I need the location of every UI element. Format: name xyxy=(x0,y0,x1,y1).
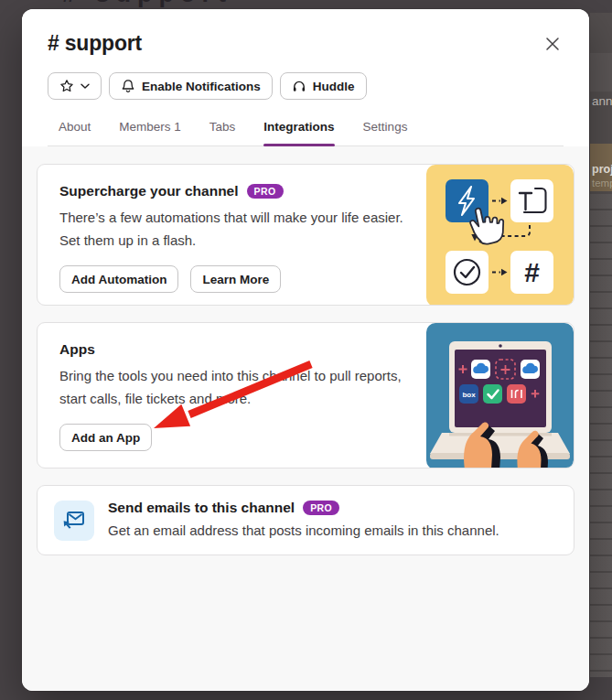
tab-about[interactable]: About xyxy=(59,114,91,145)
apps-card: Apps Bring the tools you need into this … xyxy=(37,322,574,468)
incoming-email-icon xyxy=(54,501,94,541)
dialog-tabs: About Members 1 Tabs Integrations Settin… xyxy=(48,114,564,146)
email-description: Get an email address that posts incoming… xyxy=(108,519,499,542)
email-card: Send emails to this channel PRO Get an e… xyxy=(37,485,574,555)
add-automation-button[interactable]: Add Automation xyxy=(59,265,178,293)
supercharge-description: There’s a few automations that will make… xyxy=(59,206,404,252)
text-box-icon xyxy=(510,179,553,222)
star-channel-button[interactable] xyxy=(48,72,102,100)
email-title: Send emails to this channel xyxy=(108,500,295,516)
background-highlight-row: proj temp xyxy=(590,144,612,191)
background-text-fragment: ann xyxy=(592,94,612,108)
tab-integrations[interactable]: Integrations xyxy=(263,114,334,145)
apps-title: Apps xyxy=(59,341,95,358)
supercharge-title: Supercharge your channel xyxy=(59,183,239,199)
enable-notifications-button[interactable]: Enable Notifications xyxy=(109,72,273,100)
dialog-header: # support Enable No xyxy=(22,9,589,146)
tab-tabs[interactable]: Tabs xyxy=(209,114,236,145)
star-icon xyxy=(59,79,74,93)
huddle-label: Huddle xyxy=(313,80,355,93)
background-page-strip: ann proj temp xyxy=(590,13,612,677)
chevron-down-icon xyxy=(81,83,90,90)
close-button[interactable] xyxy=(540,31,565,57)
channel-action-buttons: Enable Notifications Huddle xyxy=(48,72,564,100)
close-icon xyxy=(543,35,562,53)
channel-title: # support xyxy=(48,31,142,56)
automation-illustration: # xyxy=(426,165,574,305)
background-highlight-subtitle: temp xyxy=(592,178,612,188)
tab-settings[interactable]: Settings xyxy=(363,114,408,145)
tab-members[interactable]: Members 1 xyxy=(119,114,181,145)
pro-badge: PRO xyxy=(247,184,284,199)
pro-badge: PRO xyxy=(303,501,339,515)
apps-illustration: box xyxy=(426,323,574,468)
svg-text:box: box xyxy=(462,391,476,399)
learn-more-button[interactable]: Learn More xyxy=(190,265,281,293)
apps-description: Bring the tools you need into this chann… xyxy=(59,364,404,410)
background-highlight-title: proj xyxy=(592,163,612,176)
background-header-block xyxy=(590,53,612,92)
add-an-app-button[interactable]: Add an App xyxy=(59,424,152,451)
integrations-tab-panel: Supercharge your channel PRO There’s a f… xyxy=(22,146,589,691)
huddle-button[interactable]: Huddle xyxy=(280,72,367,100)
bell-icon xyxy=(121,79,135,93)
channel-details-dialog: # support Enable No xyxy=(22,9,589,691)
enable-notifications-label: Enable Notifications xyxy=(142,80,261,93)
headphones-icon xyxy=(292,79,306,93)
background-list-rows xyxy=(590,194,612,677)
svg-text:#: # xyxy=(524,257,540,287)
check-circle-icon xyxy=(446,251,489,294)
background-channel-title: # support xyxy=(62,0,232,8)
supercharge-card: Supercharge your channel PRO There’s a f… xyxy=(37,164,574,306)
